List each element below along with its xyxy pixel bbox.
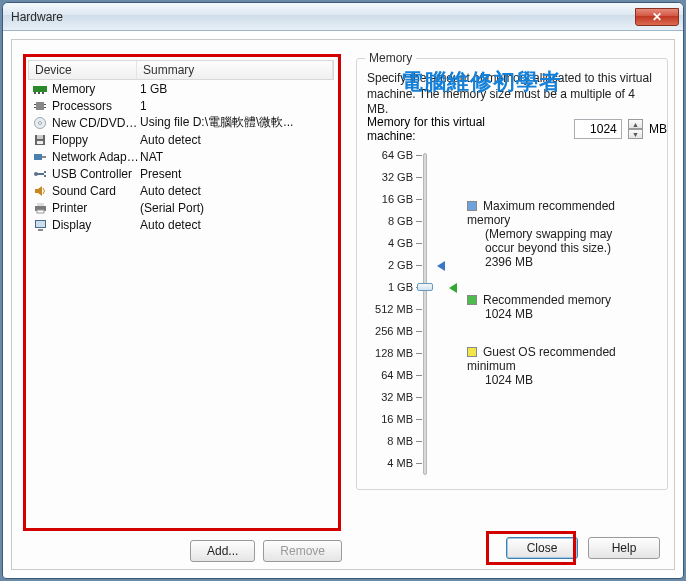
cpu-icon bbox=[32, 99, 48, 113]
svg-rect-25 bbox=[36, 221, 45, 227]
svg-rect-15 bbox=[42, 156, 46, 158]
table-row[interactable]: USB ControllerPresent bbox=[28, 165, 334, 182]
titlebar[interactable]: Hardware ✕ bbox=[3, 3, 683, 31]
memory-unit: MB bbox=[649, 122, 667, 136]
tick-label: 32 GB bbox=[367, 171, 413, 183]
svg-rect-0 bbox=[33, 86, 47, 92]
dialog-content: Device Summary Memory1 GBProcessors1New … bbox=[11, 39, 675, 570]
memory-legend: Memory bbox=[365, 51, 416, 65]
square-blue-icon bbox=[467, 201, 477, 211]
bottom-buttons: Close Help bbox=[506, 537, 660, 559]
svg-rect-8 bbox=[44, 107, 46, 108]
legend-max-title: Maximum recommended memory bbox=[467, 199, 615, 227]
device-summary: Auto detect bbox=[140, 218, 330, 232]
table-header: Device Summary bbox=[28, 60, 334, 80]
table-row[interactable]: Network AdapterNAT bbox=[28, 148, 334, 165]
scale-tick: 128 MB bbox=[367, 347, 455, 359]
memory-input[interactable] bbox=[574, 119, 622, 139]
add-button[interactable]: Add... bbox=[190, 540, 255, 562]
svg-rect-19 bbox=[44, 175, 46, 177]
table-row[interactable]: Sound CardAuto detect bbox=[28, 182, 334, 199]
svg-rect-17 bbox=[36, 173, 44, 175]
usb-icon bbox=[32, 167, 48, 181]
svg-point-10 bbox=[39, 121, 42, 124]
svg-rect-23 bbox=[37, 210, 44, 213]
svg-rect-3 bbox=[42, 92, 44, 94]
scale-tick: 16 MB bbox=[367, 413, 455, 425]
legend-rec-title: Recommended memory bbox=[483, 293, 611, 307]
slider-thumb[interactable] bbox=[417, 283, 433, 291]
close-button[interactable]: Close bbox=[506, 537, 578, 559]
legend-rec-value: 1024 MB bbox=[485, 307, 659, 321]
tick-label: 64 MB bbox=[367, 369, 413, 381]
scale-tick: 32 GB bbox=[367, 171, 455, 183]
memory-group: Memory 電腦維修初學者 Specify the amount of mem… bbox=[356, 58, 668, 490]
table-row[interactable]: Memory1 GB bbox=[28, 80, 334, 97]
tick-label: 32 MB bbox=[367, 391, 413, 403]
window-title: Hardware bbox=[11, 10, 63, 24]
svg-rect-2 bbox=[38, 92, 40, 94]
table-row[interactable]: Processors1 bbox=[28, 97, 334, 114]
table-row[interactable]: Printer(Serial Port) bbox=[28, 199, 334, 216]
device-name: Sound Card bbox=[52, 184, 140, 198]
square-green-icon bbox=[467, 295, 477, 305]
col-device[interactable]: Device bbox=[29, 61, 137, 79]
device-summary: Auto detect bbox=[140, 184, 330, 198]
device-name: USB Controller bbox=[52, 167, 140, 181]
table-row[interactable]: FloppyAuto detect bbox=[28, 131, 334, 148]
device-name: Display bbox=[52, 218, 140, 232]
device-summary: Present bbox=[140, 167, 330, 181]
scale-tick: 64 MB bbox=[367, 369, 455, 381]
svg-rect-5 bbox=[34, 104, 36, 105]
memory-description: Specify the amount of memory allocated t… bbox=[367, 71, 657, 118]
spin-down-icon[interactable]: ▼ bbox=[628, 129, 643, 139]
tick-label: 64 GB bbox=[367, 149, 413, 161]
svg-rect-6 bbox=[34, 107, 36, 108]
spin-up-icon[interactable]: ▲ bbox=[628, 119, 643, 129]
window-close-button[interactable]: ✕ bbox=[635, 8, 679, 26]
tick-label: 128 MB bbox=[367, 347, 413, 359]
remove-button[interactable]: Remove bbox=[263, 540, 342, 562]
svg-marker-20 bbox=[35, 186, 42, 196]
scale-tick: 32 MB bbox=[367, 391, 455, 403]
dialog-window: Hardware ✕ Device Summary Memory1 GBProc… bbox=[2, 2, 684, 579]
tick-label: 2 GB bbox=[367, 259, 413, 271]
col-summary[interactable]: Summary bbox=[137, 61, 333, 79]
tick-label: 4 GB bbox=[367, 237, 413, 249]
device-name: Printer bbox=[52, 201, 140, 215]
scale-tick: 8 GB bbox=[367, 215, 455, 227]
legend-rec: Recommended memory 1024 MB bbox=[467, 293, 659, 321]
device-summary: 1 bbox=[140, 99, 330, 113]
table-row[interactable]: DisplayAuto detect bbox=[28, 216, 334, 233]
close-icon: ✕ bbox=[652, 10, 662, 24]
legend-max: Maximum recommended memory (Memory swapp… bbox=[467, 199, 659, 269]
cd-icon bbox=[32, 116, 48, 130]
legend-max-value: 2396 MB bbox=[485, 255, 659, 269]
scale-tick: 16 GB bbox=[367, 193, 455, 205]
svg-rect-4 bbox=[36, 102, 44, 110]
svg-rect-18 bbox=[44, 171, 46, 173]
help-button[interactable]: Help bbox=[588, 537, 660, 559]
table-row[interactable]: New CD/DVD (...Using file D:\電腦軟體\微軟... bbox=[28, 114, 334, 131]
memory-legend-area: Maximum recommended memory (Memory swapp… bbox=[467, 199, 659, 411]
svg-rect-22 bbox=[37, 203, 44, 206]
memory-spinner[interactable]: ▲ ▼ bbox=[628, 119, 643, 139]
legend-max-sub1: (Memory swapping may bbox=[485, 227, 659, 241]
device-summary: 1 GB bbox=[140, 82, 330, 96]
legend-min-value: 1024 MB bbox=[485, 373, 659, 387]
tick-label: 512 MB bbox=[367, 303, 413, 315]
scale-tick: 1 GB bbox=[367, 281, 455, 293]
device-name: New CD/DVD (... bbox=[52, 116, 140, 130]
memory-desc-line1: Specify the amount of memory allocated t… bbox=[367, 71, 652, 85]
device-summary: NAT bbox=[140, 150, 330, 164]
legend-min: Guest OS recommended minimum 1024 MB bbox=[467, 345, 659, 387]
memory-scale: 64 GB32 GB16 GB8 GB4 GB2 GB1 GB512 MB256… bbox=[367, 149, 455, 479]
device-name: Floppy bbox=[52, 133, 140, 147]
legend-min-title: Guest OS recommended minimum bbox=[467, 345, 616, 373]
scale-tick: 8 MB bbox=[367, 435, 455, 447]
scale-tick: 64 GB bbox=[367, 149, 455, 161]
memory-label: Memory for this virtual machine: bbox=[367, 115, 529, 143]
square-yellow-icon bbox=[467, 347, 477, 357]
device-table: Device Summary Memory1 GBProcessors1New … bbox=[28, 60, 334, 233]
marker-rec-icon bbox=[449, 283, 457, 293]
